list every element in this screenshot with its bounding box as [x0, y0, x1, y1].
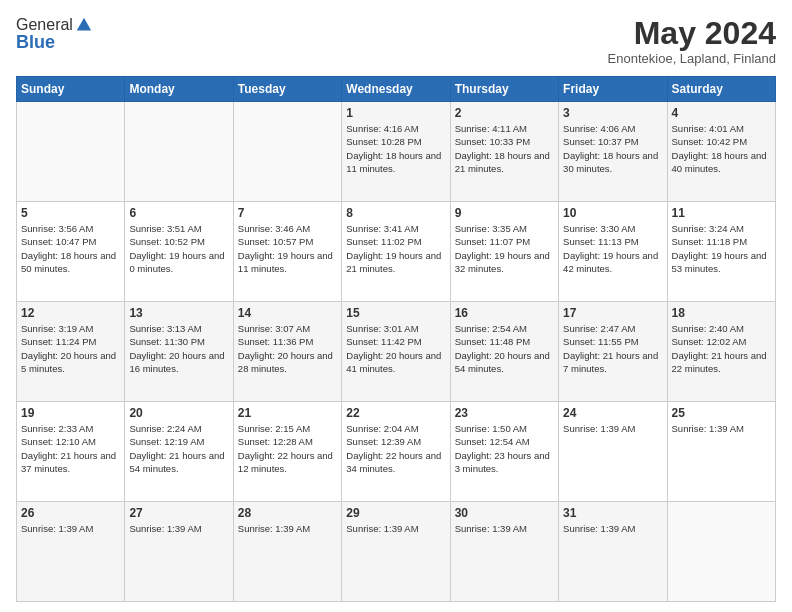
day-number: 5	[21, 206, 120, 220]
calendar-cell: 12Sunrise: 3:19 AM Sunset: 11:24 PM Dayl…	[17, 302, 125, 402]
day-number: 17	[563, 306, 662, 320]
calendar-cell: 27Sunrise: 1:39 AM	[125, 502, 233, 602]
calendar-cell: 28Sunrise: 1:39 AM	[233, 502, 341, 602]
calendar-cell: 21Sunrise: 2:15 AM Sunset: 12:28 AM Dayl…	[233, 402, 341, 502]
day-info: Sunrise: 4:01 AM Sunset: 10:42 PM Daylig…	[672, 122, 771, 175]
calendar-cell: 14Sunrise: 3:07 AM Sunset: 11:36 PM Dayl…	[233, 302, 341, 402]
day-number: 4	[672, 106, 771, 120]
calendar-week-row: 12Sunrise: 3:19 AM Sunset: 11:24 PM Dayl…	[17, 302, 776, 402]
day-info: Sunrise: 2:04 AM Sunset: 12:39 AM Daylig…	[346, 422, 445, 475]
day-info: Sunrise: 3:35 AM Sunset: 11:07 PM Daylig…	[455, 222, 554, 275]
calendar-week-row: 19Sunrise: 2:33 AM Sunset: 12:10 AM Dayl…	[17, 402, 776, 502]
day-number: 27	[129, 506, 228, 520]
weekday-header: Saturday	[667, 77, 775, 102]
calendar-cell: 9Sunrise: 3:35 AM Sunset: 11:07 PM Dayli…	[450, 202, 558, 302]
calendar-cell	[233, 102, 341, 202]
day-number: 26	[21, 506, 120, 520]
calendar-cell: 26Sunrise: 1:39 AM	[17, 502, 125, 602]
calendar: SundayMondayTuesdayWednesdayThursdayFrid…	[16, 76, 776, 602]
day-info: Sunrise: 2:54 AM Sunset: 11:48 PM Daylig…	[455, 322, 554, 375]
day-info: Sunrise: 3:46 AM Sunset: 10:57 PM Daylig…	[238, 222, 337, 275]
day-info: Sunrise: 3:56 AM Sunset: 10:47 PM Daylig…	[21, 222, 120, 275]
day-number: 16	[455, 306, 554, 320]
weekday-header: Monday	[125, 77, 233, 102]
day-info: Sunrise: 3:13 AM Sunset: 11:30 PM Daylig…	[129, 322, 228, 375]
day-info: Sunrise: 4:06 AM Sunset: 10:37 PM Daylig…	[563, 122, 662, 175]
day-number: 31	[563, 506, 662, 520]
day-info: Sunrise: 1:39 AM	[346, 522, 445, 535]
day-info: Sunrise: 2:24 AM Sunset: 12:19 AM Daylig…	[129, 422, 228, 475]
calendar-cell: 7Sunrise: 3:46 AM Sunset: 10:57 PM Dayli…	[233, 202, 341, 302]
calendar-cell: 16Sunrise: 2:54 AM Sunset: 11:48 PM Dayl…	[450, 302, 558, 402]
day-number: 12	[21, 306, 120, 320]
calendar-cell: 19Sunrise: 2:33 AM Sunset: 12:10 AM Dayl…	[17, 402, 125, 502]
day-number: 20	[129, 406, 228, 420]
day-info: Sunrise: 1:39 AM	[563, 422, 662, 435]
day-number: 23	[455, 406, 554, 420]
day-info: Sunrise: 1:50 AM Sunset: 12:54 AM Daylig…	[455, 422, 554, 475]
day-info: Sunrise: 1:39 AM	[238, 522, 337, 535]
day-info: Sunrise: 2:47 AM Sunset: 11:55 PM Daylig…	[563, 322, 662, 375]
calendar-week-row: 5Sunrise: 3:56 AM Sunset: 10:47 PM Dayli…	[17, 202, 776, 302]
weekday-header: Wednesday	[342, 77, 450, 102]
logo: General Blue	[16, 16, 93, 53]
calendar-cell: 13Sunrise: 3:13 AM Sunset: 11:30 PM Dayl…	[125, 302, 233, 402]
calendar-cell: 3Sunrise: 4:06 AM Sunset: 10:37 PM Dayli…	[559, 102, 667, 202]
day-number: 18	[672, 306, 771, 320]
day-info: Sunrise: 3:24 AM Sunset: 11:18 PM Daylig…	[672, 222, 771, 275]
day-info: Sunrise: 3:41 AM Sunset: 11:02 PM Daylig…	[346, 222, 445, 275]
svg-marker-0	[77, 18, 91, 31]
day-info: Sunrise: 1:39 AM	[563, 522, 662, 535]
day-number: 30	[455, 506, 554, 520]
day-info: Sunrise: 1:39 AM	[672, 422, 771, 435]
month-title: May 2024	[608, 16, 776, 51]
logo-blue: Blue	[16, 32, 93, 53]
day-info: Sunrise: 4:11 AM Sunset: 10:33 PM Daylig…	[455, 122, 554, 175]
day-info: Sunrise: 1:39 AM	[129, 522, 228, 535]
day-number: 25	[672, 406, 771, 420]
day-number: 11	[672, 206, 771, 220]
calendar-cell: 31Sunrise: 1:39 AM	[559, 502, 667, 602]
day-number: 29	[346, 506, 445, 520]
calendar-cell: 30Sunrise: 1:39 AM	[450, 502, 558, 602]
day-info: Sunrise: 1:39 AM	[455, 522, 554, 535]
day-number: 22	[346, 406, 445, 420]
weekday-header: Sunday	[17, 77, 125, 102]
calendar-cell: 2Sunrise: 4:11 AM Sunset: 10:33 PM Dayli…	[450, 102, 558, 202]
calendar-cell: 23Sunrise: 1:50 AM Sunset: 12:54 AM Dayl…	[450, 402, 558, 502]
day-number: 14	[238, 306, 337, 320]
day-number: 13	[129, 306, 228, 320]
day-number: 9	[455, 206, 554, 220]
calendar-cell: 17Sunrise: 2:47 AM Sunset: 11:55 PM Dayl…	[559, 302, 667, 402]
day-number: 21	[238, 406, 337, 420]
day-number: 8	[346, 206, 445, 220]
calendar-cell	[17, 102, 125, 202]
calendar-cell	[125, 102, 233, 202]
weekday-header: Tuesday	[233, 77, 341, 102]
location: Enontekioe, Lapland, Finland	[608, 51, 776, 66]
calendar-cell: 5Sunrise: 3:56 AM Sunset: 10:47 PM Dayli…	[17, 202, 125, 302]
calendar-cell: 6Sunrise: 3:51 AM Sunset: 10:52 PM Dayli…	[125, 202, 233, 302]
calendar-cell: 24Sunrise: 1:39 AM	[559, 402, 667, 502]
calendar-cell: 25Sunrise: 1:39 AM	[667, 402, 775, 502]
calendar-cell: 8Sunrise: 3:41 AM Sunset: 11:02 PM Dayli…	[342, 202, 450, 302]
calendar-cell: 4Sunrise: 4:01 AM Sunset: 10:42 PM Dayli…	[667, 102, 775, 202]
header-right: May 2024 Enontekioe, Lapland, Finland	[608, 16, 776, 66]
day-info: Sunrise: 3:30 AM Sunset: 11:13 PM Daylig…	[563, 222, 662, 275]
calendar-cell: 15Sunrise: 3:01 AM Sunset: 11:42 PM Dayl…	[342, 302, 450, 402]
calendar-cell: 11Sunrise: 3:24 AM Sunset: 11:18 PM Dayl…	[667, 202, 775, 302]
day-info: Sunrise: 3:19 AM Sunset: 11:24 PM Daylig…	[21, 322, 120, 375]
logo-icon	[75, 16, 93, 34]
weekday-header: Thursday	[450, 77, 558, 102]
day-info: Sunrise: 3:01 AM Sunset: 11:42 PM Daylig…	[346, 322, 445, 375]
weekday-header: Friday	[559, 77, 667, 102]
calendar-cell: 18Sunrise: 2:40 AM Sunset: 12:02 AM Dayl…	[667, 302, 775, 402]
calendar-cell: 22Sunrise: 2:04 AM Sunset: 12:39 AM Dayl…	[342, 402, 450, 502]
day-number: 6	[129, 206, 228, 220]
weekday-header-row: SundayMondayTuesdayWednesdayThursdayFrid…	[17, 77, 776, 102]
calendar-cell: 20Sunrise: 2:24 AM Sunset: 12:19 AM Dayl…	[125, 402, 233, 502]
day-number: 7	[238, 206, 337, 220]
day-info: Sunrise: 3:51 AM Sunset: 10:52 PM Daylig…	[129, 222, 228, 275]
calendar-week-row: 1Sunrise: 4:16 AM Sunset: 10:28 PM Dayli…	[17, 102, 776, 202]
calendar-cell: 1Sunrise: 4:16 AM Sunset: 10:28 PM Dayli…	[342, 102, 450, 202]
